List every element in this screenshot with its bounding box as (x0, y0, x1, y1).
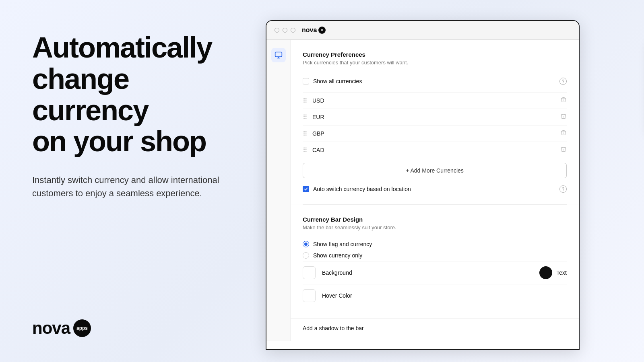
browser-dot-1 (275, 28, 279, 33)
auto-switch-checkbox[interactable] (303, 186, 309, 192)
bar-design-subtitle: Make the bar seamlessly suit your store. (303, 224, 567, 230)
logo-area: nova apps (32, 319, 242, 338)
background-color-swatch[interactable] (303, 266, 316, 279)
delete-icon-gbp[interactable] (560, 130, 567, 138)
shadow-label: Add a shadow to the bar (303, 325, 567, 331)
background-label: Background (322, 269, 352, 276)
radio-row-currency-only[interactable]: Show currency only (303, 250, 567, 261)
radio-label-flag: Show flag and currency (313, 241, 372, 247)
currency-preferences-subtitle: Pick currencies that your customers will… (303, 60, 567, 66)
add-more-label: + Add More Currencies (406, 167, 464, 174)
browser-bar: nova ⊕ (266, 21, 579, 40)
bar-design-title: Currency Bar Design (303, 216, 567, 223)
currency-name-usd: USD (312, 97, 560, 104)
show-all-row: Show all currencies ? (303, 74, 567, 89)
currency-preferences-section: Currency Preferences Pick currencies tha… (291, 40, 579, 204)
show-all-label: Show all currencies (313, 78, 362, 84)
auto-switch-label: Auto switch currency based on location (313, 186, 411, 192)
auto-switch-info-icon[interactable]: ? (559, 185, 567, 193)
currency-name-gbp: GBP (312, 130, 560, 137)
sidebar-monitor-icon[interactable] (271, 48, 286, 62)
currency-row-cad: ⠿ CAD (303, 142, 567, 158)
currency-row-usd: ⠿ USD (303, 92, 567, 109)
app-sidebar (266, 40, 291, 341)
show-all-info-icon[interactable]: ? (559, 78, 567, 85)
shadow-section: Add a shadow to the bar (291, 319, 579, 341)
auto-switch-row: Auto switch currency based on location ? (303, 180, 567, 193)
hover-color-row: Hover Color (303, 284, 567, 307)
hover-color-swatch[interactable] (303, 289, 316, 302)
add-more-currencies-button[interactable]: + Add More Currencies (303, 163, 567, 178)
browser-window: nova ⊕ Currency Preferences Pick currenc… (266, 20, 580, 350)
logo-badge: apps (73, 319, 91, 337)
radio-flag-currency[interactable] (303, 241, 309, 247)
drag-handle-eur[interactable]: ⠿ (303, 113, 308, 121)
browser-content: Currency Preferences Pick currencies tha… (266, 40, 579, 341)
browser-logo-text: nova (302, 27, 317, 34)
app-main: Currency Preferences Pick currencies tha… (291, 40, 579, 341)
drag-handle-usd[interactable]: ⠿ (303, 97, 308, 105)
delete-icon-usd[interactable] (560, 97, 567, 105)
currency-row-eur: ⠿ EUR (303, 109, 567, 125)
radio-currency-only[interactable] (303, 252, 309, 259)
text-color-swatch[interactable] (539, 266, 552, 279)
logo-text: nova (32, 319, 70, 338)
heading-line3: on your shop (32, 125, 206, 157)
delete-icon-eur[interactable] (560, 113, 567, 121)
drag-handle-gbp[interactable]: ⠿ (303, 130, 308, 138)
left-panel: Automatically change currency on your sh… (0, 0, 266, 362)
text-label: Text (556, 269, 567, 276)
currency-name-eur: EUR (312, 114, 560, 120)
browser-dot-3 (291, 28, 295, 33)
sub-text: Instantly switch currency and allow inte… (32, 173, 233, 200)
svg-rect-0 (275, 52, 282, 57)
browser-logo: nova ⊕ (302, 27, 326, 34)
drag-handle-cad[interactable]: ⠿ (303, 146, 308, 154)
show-all-checkbox-row[interactable]: Show all currencies (303, 78, 362, 84)
background-color-row: Background Text (303, 261, 567, 284)
browser-dot-2 (283, 28, 287, 33)
hover-color-label: Hover Color (322, 292, 352, 299)
radio-row-flag[interactable]: Show flag and currency (303, 239, 567, 250)
show-all-checkbox[interactable] (303, 78, 309, 84)
left-content: Automatically change currency on your sh… (32, 32, 242, 200)
heading-line2: change currency (32, 63, 148, 126)
currency-name-cad: CAD (312, 147, 560, 153)
bar-design-section: Currency Bar Design Make the bar seamles… (291, 205, 579, 319)
currency-row-gbp: ⠿ GBP (303, 125, 567, 142)
radio-label-currency-only: Show currency only (313, 252, 362, 259)
browser-dots (275, 28, 295, 33)
currency-preferences-title: Currency Preferences (303, 51, 567, 58)
delete-icon-cad[interactable] (560, 146, 567, 154)
auto-switch-left: Auto switch currency based on location (303, 186, 411, 192)
main-heading: Automatically change currency on your sh… (32, 32, 242, 157)
browser-logo-circle: ⊕ (318, 27, 326, 34)
right-panel: nova ⊕ Currency Preferences Pick currenc… (266, 0, 644, 362)
heading-line1: Automatically (32, 31, 212, 64)
